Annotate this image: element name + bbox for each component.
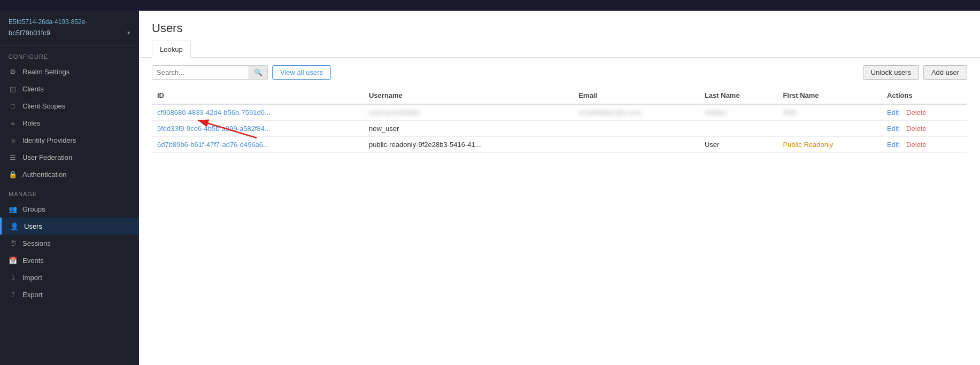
configure-section-label: Configure [0, 46, 139, 63]
table-row: 6d7b89b6-b61f-47f7-ad76-e496a6... public… [152, 137, 967, 153]
sidebar-item-label: Groups [22, 205, 45, 213]
sessions-icon: ⏱ [9, 239, 17, 247]
chevron-down-icon: ▾ [127, 29, 130, 36]
sidebar-item-export[interactable]: ⤴ Export [0, 286, 139, 303]
sidebar: E5fd5714-26da-4193-852e- bc5f79b01fc9 ▾ … [0, 11, 139, 365]
user-id-link[interactable]: 6d7b89b6-b61f-47f7-ad76-e496a6... [157, 141, 269, 149]
cell-username: usernamehidden [364, 104, 573, 121]
sidebar-item-label: User Federation [22, 153, 72, 161]
sidebar-item-events[interactable]: 📅 Events [0, 252, 139, 269]
username-blurred: usernamehidden [369, 108, 421, 117]
table-row: 5fdd33f9-9ce6-4b5b-a999-a582f84... new_u… [152, 121, 967, 137]
delete-button[interactable]: Delete [906, 141, 927, 149]
users-table: ID Username Email Last Name First Name A… [152, 87, 967, 153]
sidebar-item-identity-providers[interactable]: ⨳ Identity Providers [0, 131, 139, 149]
table-wrap: ID Username Email Last Name First Name A… [139, 87, 980, 153]
export-icon: ⤴ [9, 290, 17, 299]
user-id-link[interactable]: cf908680-4833-42d4-b56b-7591d0... [157, 108, 271, 117]
edit-button[interactable]: Edit [887, 108, 899, 117]
sidebar-item-label: Realm Settings [22, 68, 70, 76]
cell-last-name: User [699, 137, 777, 153]
settings-icon: ⚙ [9, 67, 17, 76]
main-content: Users Lookup 🔍 View all users Unlock use… [139, 11, 980, 365]
unlock-users-button[interactable]: Unlock users [863, 65, 919, 80]
manage-section-label: Manage [0, 183, 139, 200]
cell-email: emailhidden@x.com [573, 104, 699, 121]
cell-id: cf908680-4833-42d4-b56b-7591d0... [152, 104, 364, 121]
cell-actions: Edit Delete [882, 121, 967, 137]
cell-id: 6d7b89b6-b61f-47f7-ad76-e496a6... [152, 137, 364, 153]
sidebar-realm: E5fd5714-26da-4193-852e- bc5f79b01fc9 ▾ [0, 11, 139, 45]
cell-email [573, 121, 699, 137]
sidebar-item-label: Events [22, 257, 44, 265]
cell-first-name: Hidn [777, 104, 882, 121]
user-federation-icon: ☰ [9, 153, 17, 161]
add-user-button[interactable]: Add user [923, 65, 967, 80]
sidebar-item-label: Identity Providers [22, 136, 76, 144]
search-button[interactable]: 🔍 [249, 66, 267, 79]
sidebar-item-label: Sessions [22, 239, 51, 247]
cell-actions: Edit Delete [882, 137, 967, 153]
sidebar-item-users[interactable]: 👤 Users [0, 218, 139, 235]
clients-icon: ◫ [9, 84, 17, 93]
cell-id: 5fdd33f9-9ce6-4b5b-a999-a582f84... [152, 121, 364, 137]
realm-id: E5fd5714-26da-4193-852e- [9, 18, 130, 26]
sidebar-item-label: Users [24, 222, 42, 230]
authentication-icon: 🔒 [9, 170, 17, 178]
sidebar-item-groups[interactable]: 👥 Groups [0, 200, 139, 218]
first-name-blurred: Hidn [783, 108, 797, 117]
last-name-blurred: Hidden [705, 108, 727, 117]
cell-username: public-readonly-9f2e28b3-5416-41... [364, 137, 573, 153]
sidebar-item-clients[interactable]: ◫ Clients [0, 80, 139, 97]
cell-last-name: Hidden [699, 104, 777, 121]
cell-actions: Edit Delete [882, 104, 967, 121]
table-row: cf908680-4833-42d4-b56b-7591d0... userna… [152, 104, 967, 121]
cell-first-name: Public Readonly [777, 137, 882, 153]
col-email: Email [573, 87, 699, 104]
delete-button[interactable]: Delete [906, 125, 927, 133]
events-icon: 📅 [9, 256, 17, 265]
search-input[interactable] [152, 66, 249, 79]
identity-providers-icon: ⨳ [9, 136, 17, 144]
sidebar-item-label: Export [22, 291, 43, 299]
search-wrap: 🔍 [152, 65, 268, 80]
sidebar-item-label: Roles [22, 119, 40, 127]
top-bar [0, 0, 980, 11]
edit-button[interactable]: Edit [887, 141, 899, 149]
cell-username: new_user [364, 121, 573, 137]
sidebar-item-label: Import [22, 274, 42, 282]
cell-first-name [777, 121, 882, 137]
col-id: ID [152, 87, 364, 104]
sidebar-item-sessions[interactable]: ⏱ Sessions [0, 235, 139, 252]
page-title: Users [139, 11, 980, 41]
sidebar-item-realm-settings[interactable]: ⚙ Realm Settings [0, 63, 139, 80]
user-icon: 👤 [10, 222, 19, 230]
user-id-link[interactable]: 5fdd33f9-9ce6-4b5b-a999-a582f84... [157, 125, 271, 133]
col-last-name: Last Name [699, 87, 777, 104]
sidebar-item-import[interactable]: ⤵ Import [0, 269, 139, 286]
delete-button[interactable]: Delete [906, 108, 927, 117]
sidebar-item-client-scopes[interactable]: □ Client Scopes [0, 97, 139, 114]
cell-email [573, 137, 699, 153]
table-header-row: ID Username Email Last Name First Name A… [152, 87, 967, 104]
email-blurred: emailhidden@x.com [578, 108, 642, 117]
sidebar-item-roles[interactable]: ≡ Roles [0, 114, 139, 131]
view-all-users-button[interactable]: View all users [272, 65, 331, 80]
col-username: Username [364, 87, 573, 104]
sidebar-item-authentication[interactable]: 🔒 Authentication [0, 166, 139, 183]
client-scopes-icon: □ [9, 102, 17, 110]
realm-select-value: bc5f79b01fc9 [9, 29, 50, 37]
groups-icon: 👥 [9, 205, 17, 213]
col-actions: Actions [882, 87, 967, 104]
tab-lookup[interactable]: Lookup [152, 41, 191, 58]
edit-button[interactable]: Edit [887, 125, 899, 133]
sidebar-item-user-federation[interactable]: ☰ User Federation [0, 149, 139, 166]
sidebar-item-label: Client Scopes [22, 102, 65, 110]
realm-select[interactable]: bc5f79b01fc9 ▾ [9, 26, 130, 42]
sidebar-item-label: Clients [22, 85, 44, 93]
roles-icon: ≡ [9, 119, 17, 127]
sidebar-item-label: Authentication [22, 170, 66, 178]
import-icon: ⤵ [9, 273, 17, 282]
first-name-link[interactable]: Public Readonly [783, 141, 833, 149]
tabs-bar: Lookup [139, 41, 980, 58]
